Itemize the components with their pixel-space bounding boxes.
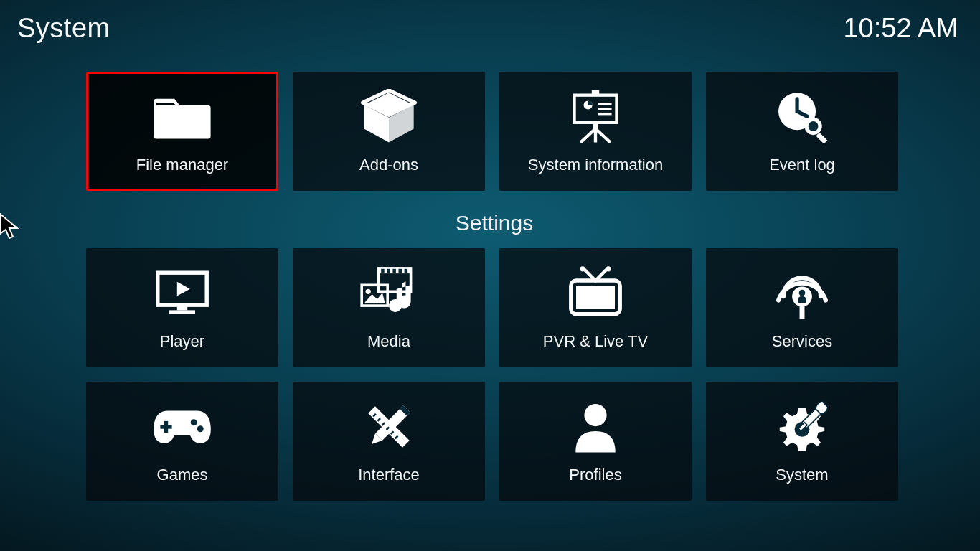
tile-player[interactable]: Player	[86, 248, 278, 367]
tile-file-manager[interactable]: File manager	[86, 72, 278, 191]
svg-rect-19	[392, 269, 396, 273]
open-box-icon	[353, 88, 425, 146]
tv-antenna-icon	[560, 265, 631, 322]
section-title: Settings	[86, 211, 903, 235]
tile-add-ons[interactable]: Add-ons	[293, 72, 485, 191]
svg-marker-24	[364, 293, 385, 303]
tile-label: System information	[528, 156, 663, 174]
page-title: System	[17, 13, 110, 44]
tile-label: Player	[160, 332, 204, 351]
tile-label: Profiles	[569, 466, 621, 484]
clock-search-icon	[766, 88, 838, 146]
tile-label: File manager	[136, 156, 228, 174]
pencil-ruler-icon	[353, 398, 425, 456]
tile-label: Services	[772, 332, 832, 351]
tile-services[interactable]: Services	[706, 248, 898, 367]
svg-rect-21	[405, 269, 408, 273]
tile-profiles[interactable]: Profiles	[499, 382, 692, 501]
svg-point-9	[809, 121, 819, 131]
top-row: File manager Add-ons System information …	[86, 72, 903, 191]
svg-rect-18	[387, 269, 390, 273]
media-collection-icon	[353, 265, 425, 322]
svg-rect-33	[160, 425, 171, 428]
tile-label: System	[776, 466, 828, 484]
tile-label: Games	[157, 466, 208, 484]
presentation-board-icon	[560, 88, 631, 146]
gamepad-icon	[146, 398, 218, 456]
tile-pvr-live-tv[interactable]: PVR & Live TV	[499, 248, 692, 367]
header: System 10:52 AM	[0, 0, 980, 57]
svg-rect-4	[598, 108, 611, 110]
tile-event-log[interactable]: Event log	[706, 72, 898, 191]
person-icon	[560, 398, 631, 456]
tile-label: Add-ons	[359, 156, 418, 174]
svg-point-25	[580, 266, 585, 271]
broadcast-icon	[766, 265, 838, 322]
folder-icon	[146, 88, 218, 146]
svg-rect-5	[598, 113, 611, 115]
tile-games[interactable]: Games	[86, 382, 278, 501]
tile-label: Media	[367, 332, 410, 351]
svg-rect-3	[598, 103, 611, 105]
svg-rect-28	[576, 286, 615, 309]
svg-marker-12	[177, 282, 190, 296]
monitor-play-icon	[146, 265, 218, 322]
svg-rect-31	[800, 305, 805, 319]
tile-label: PVR & Live TV	[543, 332, 648, 351]
settings-row-2: Games Interface Profiles	[86, 382, 903, 501]
tile-system[interactable]: System	[706, 382, 898, 501]
tile-interface[interactable]: Interface	[293, 382, 485, 501]
gear-tool-icon	[766, 398, 838, 456]
svg-rect-6	[593, 123, 598, 129]
svg-point-30	[799, 290, 806, 296]
tile-system-information[interactable]: System information	[499, 72, 692, 191]
mouse-cursor-icon	[0, 212, 20, 240]
tile-media[interactable]: Media	[293, 248, 485, 367]
tile-label: Event log	[769, 156, 835, 174]
svg-point-23	[366, 289, 371, 294]
svg-rect-20	[399, 269, 402, 273]
svg-rect-17	[381, 269, 385, 273]
tile-label: Interface	[358, 466, 420, 484]
settings-grid: File manager Add-ons System information …	[86, 72, 903, 515]
svg-point-26	[606, 266, 611, 271]
clock: 10:52 AM	[843, 13, 958, 44]
svg-point-46	[584, 404, 606, 426]
svg-rect-13	[177, 305, 187, 310]
svg-rect-10	[816, 133, 827, 144]
svg-point-35	[197, 425, 204, 432]
settings-row-1: Player Media PVR & Live TV	[86, 248, 903, 367]
svg-rect-14	[169, 310, 195, 314]
svg-point-34	[191, 419, 197, 425]
